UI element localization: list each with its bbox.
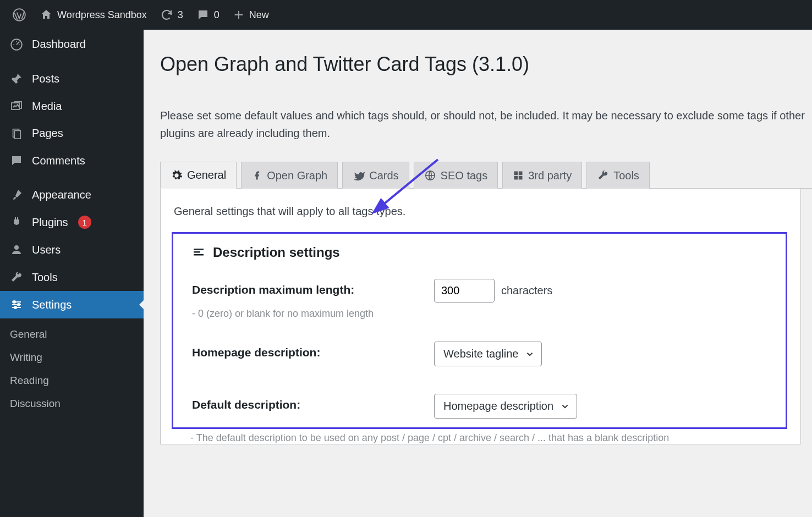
new-content-link[interactable]: New (226, 0, 276, 30)
dashboard-icon (9, 37, 24, 51)
tab-general[interactable]: General (160, 162, 237, 189)
tab-label: Tools (613, 169, 639, 182)
svg-point-1 (11, 39, 22, 50)
max-length-label: Description maximum length: (192, 279, 434, 296)
svg-rect-13 (514, 176, 518, 180)
sidebar-item-appearance[interactable]: Appearance (0, 181, 144, 208)
row-default-desc: Default description: Homepage descriptio… (192, 394, 770, 419)
svg-rect-17 (194, 254, 204, 256)
max-length-input[interactable] (434, 279, 495, 302)
user-icon (9, 243, 24, 256)
updates-link[interactable]: 3 (153, 0, 190, 30)
sidebar-label: Comments (32, 155, 85, 167)
svg-rect-4 (14, 130, 20, 139)
sidebar-label: Tools (32, 271, 58, 284)
facebook-icon (251, 170, 262, 181)
tab-description: General settings that will apply to all … (174, 205, 787, 218)
sidebar-label: Settings (32, 299, 72, 311)
tab-cards[interactable]: Cards (342, 162, 409, 189)
sidebar-label: Pages (32, 127, 63, 140)
tab-seo-tags[interactable]: SEO tags (414, 162, 498, 189)
sidebar-subitem-general[interactable]: General (0, 323, 144, 346)
tab-panel-general: General settings that will apply to all … (160, 189, 801, 444)
svg-point-5 (14, 245, 19, 250)
section-title-text: Description settings (213, 245, 340, 260)
refresh-icon (160, 8, 173, 21)
comment-icon (196, 8, 210, 21)
row-homepage-desc: Homepage description: Website tagline (192, 342, 770, 366)
svg-point-6 (13, 301, 15, 303)
svg-point-7 (18, 304, 20, 306)
tab-tools[interactable]: Tools (586, 162, 650, 189)
homepage-desc-label: Homepage description: (192, 342, 434, 359)
tab-open-graph[interactable]: Open Graph (241, 162, 338, 189)
sidebar-label: Media (32, 100, 62, 113)
sliders-icon (9, 298, 24, 311)
svg-rect-14 (519, 176, 523, 180)
tab-label: 3rd party (528, 169, 572, 182)
plus-icon (233, 9, 245, 21)
media-icon (9, 100, 24, 113)
chevron-down-icon (560, 402, 570, 411)
row-max-length: Description maximum length: characters (192, 279, 770, 302)
sidebar-item-dashboard[interactable]: Dashboard (0, 30, 144, 58)
sidebar-item-plugins[interactable]: Plugins 1 (0, 208, 144, 236)
comments-count: 0 (214, 9, 220, 21)
comments-link[interactable]: 0 (190, 0, 226, 30)
svg-rect-16 (194, 251, 200, 253)
section-title: Description settings (192, 245, 770, 260)
sidebar-item-posts[interactable]: Posts (0, 65, 144, 92)
sidebar-item-pages[interactable]: Pages (0, 120, 144, 147)
sidebar-label: Users (32, 244, 61, 256)
globe-icon (424, 169, 436, 182)
updates-count: 3 (178, 9, 183, 21)
sidebar-label: Posts (32, 73, 59, 85)
default-desc-select[interactable]: Homepage description (434, 394, 577, 419)
sidebar-item-media[interactable]: Media (0, 92, 144, 120)
svg-rect-15 (194, 249, 204, 250)
brush-icon (9, 188, 24, 201)
tab-label: General (187, 169, 226, 182)
chevron-down-icon (525, 349, 535, 359)
select-value: Website tagline (443, 348, 518, 360)
page-intro: Please set some default values and which… (160, 107, 812, 142)
admin-sidebar: Dashboard Posts Media Pages Comments (0, 30, 144, 517)
sidebar-item-tools[interactable]: Tools (0, 263, 144, 291)
max-length-unit: characters (501, 284, 552, 297)
plug-icon (9, 216, 24, 229)
site-name-link[interactable]: Wordpress Sandbox (33, 0, 153, 30)
wordpress-icon (12, 8, 26, 22)
sidebar-item-settings[interactable]: Settings (0, 291, 144, 318)
wrench-icon (597, 169, 609, 182)
sidebar-subitem-reading[interactable]: Reading (0, 369, 144, 392)
svg-rect-12 (519, 172, 523, 175)
tab-label: Open Graph (267, 169, 327, 182)
sidebar-label: Plugins (32, 216, 68, 229)
tab-label: Cards (369, 169, 398, 182)
select-value: Homepage description (443, 400, 553, 413)
new-label: New (249, 9, 269, 21)
sidebar-label: Dashboard (32, 38, 86, 51)
sidebar-item-users[interactable]: Users (0, 236, 144, 263)
sidebar-label: Appearance (32, 189, 91, 201)
sidebar-subitem-discussion[interactable]: Discussion (0, 392, 144, 415)
tab-label: SEO tags (441, 169, 488, 182)
svg-point-8 (14, 306, 17, 309)
main-content: Open Graph and Twitter Card Tags (3.1.0)… (144, 30, 812, 517)
pages-icon (9, 128, 24, 140)
admin-bar: Wordpress Sandbox 3 0 New (0, 0, 812, 30)
sidebar-item-comments[interactable]: Comments (0, 147, 144, 174)
page-title: Open Graph and Twitter Card Tags (3.1.0) (160, 30, 812, 79)
homepage-desc-select[interactable]: Website tagline (434, 342, 542, 366)
pin-icon (9, 72, 24, 85)
sidebar-subitem-writing[interactable]: Writing (0, 346, 144, 369)
svg-rect-11 (514, 172, 518, 175)
wp-logo[interactable] (6, 0, 33, 30)
description-settings-section: Description settings Description maximum… (172, 232, 787, 429)
gear-icon (171, 169, 183, 182)
plugins-update-badge: 1 (78, 216, 91, 229)
tab-3rd-party[interactable]: 3rd party (502, 162, 582, 189)
wrench-icon (9, 271, 24, 284)
grid-icon (513, 170, 524, 181)
twitter-icon (353, 169, 365, 182)
